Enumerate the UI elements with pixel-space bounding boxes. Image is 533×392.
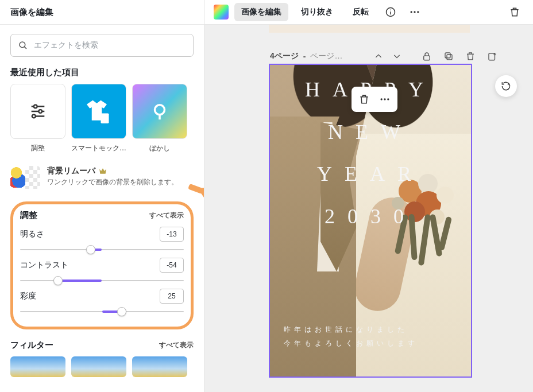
adjust-section-highlight: 調整 すべて表示 明るさ -13 [10,201,194,329]
edit-image-button[interactable]: 画像を編集 [234,3,288,21]
saturation-label: 彩度 [20,291,36,301]
chevron-down-icon [392,52,401,61]
svg-rect-17 [424,56,430,60]
adjust-title: 調整 [20,210,37,221]
page-title-input[interactable]: ページタ… [310,51,345,61]
contrast-slider[interactable] [20,275,184,286]
svg-point-0 [20,42,25,48]
svg-point-7 [32,115,36,118]
duplicate-page-button[interactable] [443,51,454,61]
flip-button[interactable]: 反転 [346,3,376,21]
contrast-value[interactable]: -54 [160,258,184,273]
search-placeholder: エフェクトを検索 [34,40,98,51]
more-button[interactable] [405,3,424,21]
svg-point-13 [390,9,391,10]
filter-tile-1[interactable] [10,356,65,377]
top-toolbar: 画像を編集 切り抜き 反転 [204,0,533,25]
delete-page-button[interactable] [465,51,476,61]
highlight-burst-icon [185,184,204,218]
svg-point-3 [34,105,37,108]
blur-icon [150,102,169,121]
trash-icon [358,94,370,105]
add-page-icon [487,51,497,61]
color-picker-button[interactable] [214,5,229,20]
chevron-up-icon [374,52,383,61]
premium-crown-icon [99,168,107,174]
brightness-slider[interactable] [20,244,184,255]
svg-point-9 [155,105,165,115]
selection-more-button[interactable] [374,89,395,110]
bg-remover-desc: ワンクリックで画像の背景を削除します。 [47,177,178,187]
left-panel: 画像を編集 エフェクトを検索 最近使用した項目 [0,0,204,392]
selection-mini-toolbar [352,87,397,112]
filter-tile-3[interactable] [132,356,187,377]
more-icon [379,94,391,105]
lock-icon [422,51,432,61]
info-icon [385,6,396,18]
page-up-button[interactable] [373,51,384,61]
search-icon [18,40,28,51]
svg-point-5 [38,110,42,113]
lock-page-button[interactable] [422,51,432,61]
svg-rect-18 [447,55,452,60]
saturation-slider[interactable] [20,306,184,317]
trash-icon [509,6,520,18]
svg-point-23 [381,98,383,100]
filters-title: フィルター [10,340,53,351]
page-number-label: 4ページ [270,51,299,61]
duplicate-icon [443,51,454,61]
filters-show-all[interactable]: すべて表示 [159,340,194,350]
search-input[interactable]: エフェクトを検索 [10,34,194,57]
regenerate-button[interactable] [495,75,517,97]
svg-rect-19 [445,53,450,58]
saturation-value[interactable]: 25 [160,289,184,304]
previous-page-peek [269,25,470,33]
canvas-area[interactable]: 4ページ - ページタ… [204,25,533,392]
info-button[interactable] [381,3,400,21]
svg-point-15 [414,11,415,13]
svg-point-14 [411,11,412,13]
more-icon [409,6,420,18]
recent-tile-blur[interactable]: ぼかし [132,84,187,153]
recent-tile-adjust[interactable]: 調整 [10,84,65,153]
svg-rect-8 [101,114,109,124]
sliders-icon [28,102,48,121]
svg-point-16 [417,11,419,13]
page-down-button[interactable] [392,51,402,61]
crop-button[interactable]: 切り抜き [294,3,340,21]
brightness-label: 明るさ [20,229,44,239]
add-page-button[interactable] [487,51,497,61]
svg-line-1 [24,46,26,49]
background-remover-item[interactable]: 背景リムーバ ワンクリックで画像の背景を削除します。 [10,166,194,189]
delete-button[interactable] [505,3,524,21]
canvas-area-container: 画像を編集 切り抜き 反転 4ページ - ページタ… [204,0,533,392]
brightness-value[interactable]: -13 [160,227,184,242]
bg-remover-thumb [10,166,40,189]
tshirt-icon [83,95,115,127]
card-footer-text: 昨年はお世話になりました 今年もよろしくお願いします [284,323,418,350]
svg-point-25 [387,98,389,100]
adjust-show-all[interactable]: すべて表示 [149,211,184,220]
left-panel-title: 画像を編集 [0,0,204,25]
recent-title: 最近使用した項目 [10,67,194,78]
filter-tile-2[interactable] [71,356,126,377]
sparkle-refresh-icon [500,80,512,92]
svg-point-24 [384,98,385,100]
contrast-label: コントラスト [20,260,68,270]
bg-remover-title: 背景リムーバ [47,166,95,176]
recent-tile-mockup[interactable]: スマートモックア… [71,84,126,153]
trash-icon [465,51,476,61]
selection-delete-button[interactable] [354,89,374,110]
